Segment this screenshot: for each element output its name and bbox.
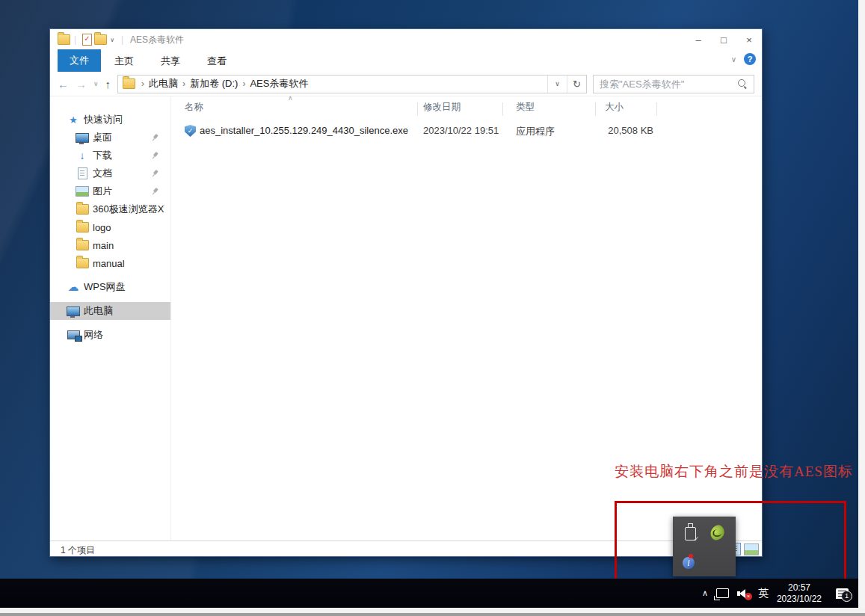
tab-file[interactable]: 文件 [58,49,101,72]
column-divider[interactable] [502,102,503,116]
green-tray-icon[interactable] [709,524,727,542]
crumb-separator-icon: › [181,78,187,89]
window-folder-icon [58,34,70,45]
action-center-icon[interactable]: 1 [836,588,849,599]
sidebar-item-360-downloads[interactable]: 360极速浏览器X下载 [50,200,170,218]
info-alert-dot [689,554,693,558]
refresh-icon[interactable]: ↻ [567,76,586,93]
column-divider[interactable] [417,102,418,116]
sidebar-item-desktop[interactable]: 桌面 [50,129,170,147]
screenshot-bottom-edge [0,613,865,616]
sidebar-item-logo[interactable]: logo [50,218,170,236]
folder-icon [76,204,89,215]
back-button[interactable]: ← [58,78,69,90]
minimize-button[interactable]: – [686,29,711,50]
column-header-type[interactable]: 类型 [516,101,535,114]
screenshot-right-margin [858,0,865,608]
downloads-icon: ↓ [76,150,89,161]
search-box[interactable] [593,75,754,93]
clock-date: 2023/10/22 [777,594,822,605]
quick-access-star-icon: ★ [67,114,80,126]
pin-icon [150,186,160,197]
location-folder-icon [123,78,135,89]
sidebar-item-downloads[interactable]: ↓ 下载 [50,147,170,164]
pin-icon [150,150,160,161]
column-header-name[interactable]: 名称 [185,101,203,114]
separator: | [74,34,76,45]
screenshot-bottom-margin [0,608,865,613]
pictures-icon [76,186,89,197]
volume-muted-icon[interactable]: × [737,588,750,599]
screen: | ∨ | AES杀毒软件 – □ × 文件 主页 共享 查看 ∨ ? ← → [0,0,865,616]
documents-icon [76,167,89,179]
notification-badge: 1 [841,591,852,602]
sidebar-item-pictures[interactable]: 图片 [50,182,170,200]
crumb-separator-icon: › [140,78,146,89]
pin-icon [150,132,160,143]
network-icon [67,330,80,339]
file-row-installer[interactable]: ✓ aes_installer_10.255.129.249_4430_sile… [174,122,668,140]
separator: | [121,34,123,45]
title-bar[interactable]: | ∨ | AES杀毒软件 – □ × [50,29,762,50]
sidebar-item-network[interactable]: 网络 [50,326,170,344]
sidebar-item-main[interactable]: main [50,236,170,254]
breadcrumb-this-pc[interactable]: 此电脑 [146,77,181,90]
clock-time: 20:57 [777,582,822,594]
column-header-size[interactable]: 大小 [605,101,624,114]
file-size: 20,508 KB [595,125,653,136]
sort-ascending-icon: ∧ [288,94,293,102]
sidebar-item-documents[interactable]: 文档 [50,164,170,182]
breadcrumb[interactable]: › 此电脑 › 新加卷 (D:) › AES杀毒软件 ∨ ↻ [117,75,587,93]
ribbon-tab-bar: 文件 主页 共享 查看 [50,50,762,72]
tray-overflow-popup: i [673,517,736,576]
up-button[interactable]: ↑ [105,78,111,90]
recent-locations-icon[interactable]: ∨ [93,80,99,87]
system-tray: ∧ × 英 20:57 2023/10/22 1 [702,579,849,608]
address-bar-row: ← → ∨ ↑ › 此电脑 › 新加卷 (D:) › AES杀毒软件 ∨ ↻ [50,72,762,96]
file-type: 应用程序 [516,125,555,138]
address-dropdown-icon[interactable]: ∨ [547,76,567,93]
breadcrumb-drive-d[interactable]: 新加卷 (D:) [187,77,241,90]
search-input[interactable] [594,78,734,90]
crumb-separator-icon: › [241,78,247,89]
network-status-icon[interactable] [716,588,729,598]
column-header-date[interactable]: 修改日期 [423,101,461,114]
qat-dropdown-icon[interactable]: ∨ [110,37,114,43]
tab-share[interactable]: 共享 [147,51,194,72]
desktop-icon [76,133,89,143]
folder-icon [76,258,89,268]
tray-expand-icon[interactable]: ∧ [702,588,708,598]
help-icon[interactable]: ? [744,53,756,65]
info-tray-icon[interactable]: i [683,557,695,569]
file-modified-date: 2023/10/22 19:51 [423,125,499,136]
tab-view[interactable]: 查看 [194,51,240,72]
items-count: 1 个项目 [61,544,95,557]
breadcrumb-current-folder[interactable]: AES杀毒软件 [247,77,311,90]
installer-shield-icon: ✓ [185,125,196,137]
ime-indicator[interactable]: 英 [758,587,769,600]
search-icon[interactable] [737,78,748,89]
maximize-button[interactable]: □ [711,29,736,50]
tab-home[interactable]: 主页 [101,51,147,72]
navigation-pane: ★ 快速访问 桌面 ↓ 下载 文档 图片 [50,96,171,541]
sidebar-item-quick-access[interactable]: ★ 快速访问 [50,111,170,129]
wps-cloud-icon: ☁ [67,280,80,294]
properties-icon[interactable] [82,34,92,46]
folder-icon [76,222,89,232]
close-button[interactable]: × [736,29,762,50]
pin-icon [150,168,160,179]
column-divider[interactable] [595,102,596,116]
taskbar: ∧ × 英 20:57 2023/10/22 1 [0,579,858,608]
sidebar-item-this-pc[interactable]: 此电脑 [50,302,170,320]
new-folder-icon[interactable] [94,34,107,45]
folder-icon [76,240,89,250]
forward-button[interactable]: → [76,78,87,90]
window-title: AES杀毒软件 [130,34,184,46]
column-divider[interactable] [656,102,657,116]
ribbon-collapse-icon[interactable]: ∨ [731,55,736,64]
clock[interactable]: 20:57 2023/10/22 [777,582,822,605]
annotation-text: 安装电脑右下角之前是没有AES图标 [615,462,853,481]
sidebar-item-manual[interactable]: manual [50,254,170,272]
usb-eject-icon[interactable] [685,527,696,540]
sidebar-item-wps-cloud[interactable]: ☁ WPS网盘 [50,278,170,296]
